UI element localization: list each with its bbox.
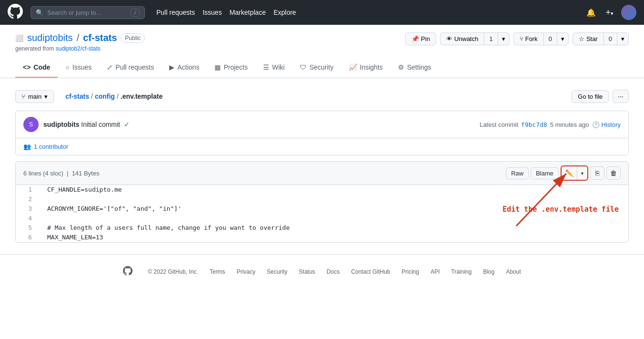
repo-owner-link[interactable]: sudiptobits — [27, 32, 73, 43]
breadcrumb-folder[interactable]: config — [95, 92, 115, 100]
fork-dropdown[interactable]: ▾ — [557, 33, 568, 45]
footer-privacy[interactable]: Privacy — [236, 268, 255, 275]
unwatch-button[interactable]: 👁 Unwatch — [440, 33, 484, 45]
footer-about[interactable]: About — [506, 268, 521, 275]
footer-contact[interactable]: Contact GitHub — [351, 268, 390, 275]
footer-security[interactable]: Security — [267, 268, 287, 275]
contributors-row: 👥 1 contributor — [16, 138, 628, 155]
raw-button[interactable]: Raw — [506, 167, 529, 179]
tab-wiki[interactable]: ☰ Wiki — [256, 58, 292, 78]
pin-button-group: 📌 Pin — [405, 32, 436, 45]
fork-button[interactable]: ⑂ Fork — [514, 33, 543, 45]
edit-dropdown-button[interactable]: ▾ — [577, 166, 587, 180]
settings-icon: ⚙ — [398, 63, 404, 71]
main-content: ⑂ main ▾ cf-stats / config / .env.templa… — [0, 78, 644, 254]
commit-meta: Latest commit f9bc7d8 5 minutes ago 🕐 Hi… — [480, 121, 621, 128]
latest-commit-label: Latest commit — [480, 121, 518, 128]
tab-insights[interactable]: 📈 Insights — [341, 58, 390, 78]
nav-issues[interactable]: Issues — [203, 9, 222, 16]
footer-training[interactable]: Training — [451, 268, 472, 275]
blame-button[interactable]: Blame — [531, 167, 559, 179]
footer-api[interactable]: API — [430, 268, 440, 275]
footer-terms[interactable]: Terms — [210, 268, 225, 275]
breadcrumb-sep2: / — [117, 92, 119, 100]
visibility-badge: Public — [121, 33, 145, 43]
nav-marketplace[interactable]: Marketplace — [229, 9, 266, 16]
table-row: 2 — [16, 195, 628, 204]
footer-docs[interactable]: Docs — [327, 268, 339, 275]
history-link[interactable]: 🕐 History — [592, 121, 621, 128]
footer-status[interactable]: Status — [299, 268, 315, 275]
create-button[interactable]: +▾ — [603, 6, 615, 20]
repo-type-icon: ⬜ — [15, 34, 23, 42]
avatar[interactable] — [621, 5, 636, 20]
star-dropdown[interactable]: ▾ — [617, 33, 628, 45]
commit-hash[interactable]: f9bc7d8 — [521, 121, 547, 128]
fork-icon: ⑂ — [520, 35, 523, 42]
pin-button[interactable]: 📌 Pin — [406, 33, 436, 45]
star-button[interactable]: ☆ Star — [573, 33, 603, 45]
file-content-header: 6 lines (4 sloc) | 141 Bytes Raw Blame ✏… — [16, 162, 628, 185]
tab-projects[interactable]: ▦ Projects — [207, 58, 256, 78]
generated-from-link[interactable]: sudiptob2/cf-stats — [56, 45, 101, 52]
file-content-box: 6 lines (4 sloc) | 141 Bytes Raw Blame ✏… — [15, 161, 629, 243]
star-button-group: ☆ Star 0 ▾ — [572, 32, 629, 45]
tab-pull-requests[interactable]: ⤢ Pull requests — [99, 58, 162, 78]
line-code: # Max length of a users full name, chang… — [40, 223, 628, 233]
insights-icon: 📈 — [349, 63, 357, 71]
repo-subtitle: generated from sudiptob2/cf-stats — [15, 45, 145, 52]
line-code — [40, 195, 628, 204]
delete-button[interactable]: 🗑 — [606, 166, 621, 180]
line-number: 4 — [16, 214, 40, 223]
tab-security[interactable]: 🛡 Security — [292, 58, 341, 78]
search-bar[interactable]: 🔍 Search or jump to... / — [31, 6, 145, 19]
file-nav-row: ⑂ main ▾ cf-stats / config / .env.templa… — [15, 90, 629, 103]
branch-selector[interactable]: ⑂ main ▾ — [15, 90, 54, 103]
code-table: 1 CF_HANDLE=sudipto.me 2 3 ACRONYM_IGNOR… — [16, 185, 628, 242]
commit-info: sudiptobits Initial commit ✓ — [43, 121, 475, 128]
line-number: 2 — [16, 195, 40, 204]
edit-pencil-button[interactable]: ✏️ — [562, 166, 577, 180]
more-options-button[interactable]: ··· — [613, 90, 629, 103]
notifications-button[interactable]: 🔔 — [584, 6, 598, 19]
committer-name[interactable]: sudiptobits — [43, 121, 79, 128]
pr-icon: ⤢ — [107, 63, 112, 71]
tab-code[interactable]: <> Code — [15, 58, 58, 78]
repo-name-link[interactable]: cf-stats — [83, 32, 117, 43]
fork-count: 0 — [543, 33, 557, 45]
copy-button[interactable]: ⎘ — [590, 166, 604, 180]
tab-issues[interactable]: ○ Issues — [58, 58, 99, 78]
breadcrumb-sep1: / — [91, 92, 93, 100]
star-icon: ☆ — [579, 35, 584, 42]
actions-icon: ▶ — [169, 63, 174, 71]
nav-explore[interactable]: Explore — [274, 9, 296, 16]
pin-icon: 📌 — [411, 35, 419, 42]
table-row: 4 — [16, 214, 628, 223]
line-code — [40, 214, 628, 223]
breadcrumb: cf-stats / config / .env.template — [65, 92, 163, 100]
search-kbd: / — [131, 9, 140, 17]
goto-file-button[interactable]: Go to file — [572, 90, 609, 103]
commit-time: 5 minutes ago — [550, 121, 589, 128]
nav-pull-requests[interactable]: Pull requests — [156, 9, 195, 16]
tab-settings[interactable]: ⚙ Settings — [390, 58, 439, 78]
topnav-right: 🔔 +▾ — [584, 5, 636, 20]
top-navigation: 🔍 Search or jump to... / Pull requests I… — [0, 0, 644, 25]
file-nav-actions: Go to file ··· — [572, 90, 629, 103]
repo-actions: 📌 Pin 👁 Unwatch 1 ▾ ⑂ Fork 0 — [405, 32, 629, 45]
tab-actions[interactable]: ▶ Actions — [162, 58, 207, 78]
line-code: ACRONYM_IGNORE='["of", "and", "in"]' — [40, 204, 628, 214]
unwatch-button-group: 👁 Unwatch 1 ▾ — [440, 32, 510, 45]
footer-logo — [123, 266, 133, 277]
chevron-down-icon: ▾ — [44, 93, 48, 100]
table-row: 6 MAX_NAME_LEN=13 — [16, 233, 628, 242]
eye-icon: 👁 — [446, 35, 452, 42]
footer-pricing[interactable]: Pricing — [402, 268, 419, 275]
unwatch-dropdown[interactable]: ▾ — [498, 33, 509, 45]
repo-tabs: <> Code ○ Issues ⤢ Pull requests ▶ Actio… — [15, 58, 629, 78]
file-lines-info: 6 lines (4 sloc) | 141 Bytes — [23, 170, 99, 177]
breadcrumb-repo[interactable]: cf-stats — [65, 92, 89, 100]
footer-blog[interactable]: Blog — [483, 268, 494, 275]
contributor-count[interactable]: 1 contributor — [34, 143, 68, 150]
github-logo[interactable] — [8, 4, 23, 21]
